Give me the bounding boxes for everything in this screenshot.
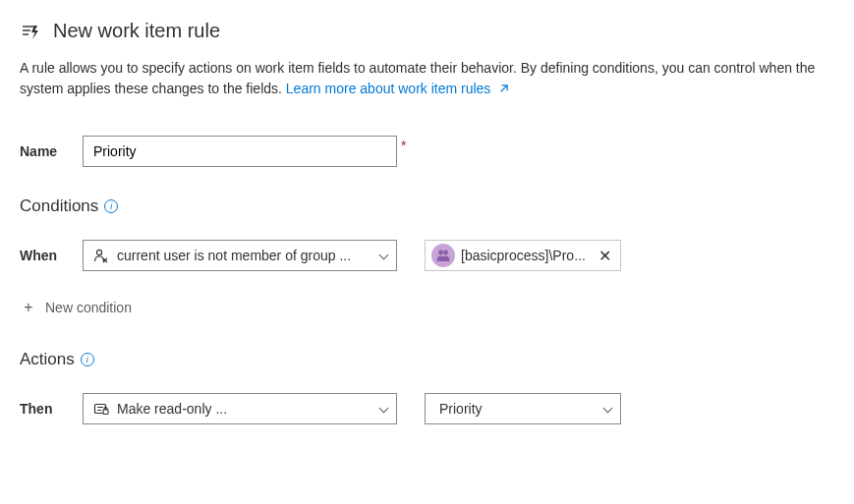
group-chip-text: [basicprocess]\Pro... (461, 248, 589, 263)
info-icon[interactable]: i (81, 353, 94, 366)
page-header: New work item rule (20, 20, 834, 42)
rule-icon (20, 21, 41, 42)
action-type-text: Make read-only ... (117, 401, 378, 417)
chevron-down-icon (378, 404, 388, 414)
name-label: Name (20, 143, 83, 159)
action-row: Then Make read-only ... Priority (20, 393, 834, 424)
conditions-title: Conditions (20, 196, 98, 216)
readonly-icon (93, 401, 109, 417)
group-chip[interactable]: [basicprocess]\Pro... ✕ (425, 240, 621, 271)
conditions-header: Conditions i (20, 196, 834, 216)
name-row: Name * (20, 136, 834, 167)
condition-type-text: current user is not member of group ... (117, 248, 378, 263)
when-label: When (20, 248, 83, 263)
close-icon[interactable]: ✕ (595, 246, 614, 265)
actions-title: Actions (20, 350, 75, 369)
svg-point-2 (443, 251, 448, 255)
condition-type-dropdown[interactable]: current user is not member of group ... (83, 240, 397, 271)
action-field-text: Priority (435, 401, 602, 417)
name-input[interactable] (83, 136, 397, 167)
page-title: New work item rule (53, 20, 220, 42)
svg-point-1 (438, 251, 443, 255)
chevron-down-icon (378, 251, 388, 260)
required-indicator: * (401, 138, 406, 153)
svg-rect-4 (103, 410, 108, 415)
add-condition-label: New condition (45, 300, 132, 315)
page-description: A rule allows you to specify actions on … (20, 58, 834, 100)
info-icon[interactable]: i (104, 199, 118, 213)
add-condition-button[interactable]: + New condition (20, 295, 834, 320)
condition-row: When current user is not member of group… (20, 240, 834, 271)
chevron-down-icon (602, 404, 612, 414)
group-avatar-icon (431, 244, 455, 267)
user-not-member-icon (93, 248, 109, 263)
action-field-dropdown[interactable]: Priority (425, 393, 621, 424)
svg-point-0 (96, 250, 101, 254)
then-label: Then (20, 401, 83, 417)
external-link-icon (498, 80, 509, 100)
actions-header: Actions i (20, 350, 834, 369)
learn-more-link[interactable]: Learn more about work item rules (286, 81, 509, 96)
plus-icon: + (20, 299, 37, 316)
action-type-dropdown[interactable]: Make read-only ... (83, 393, 397, 424)
